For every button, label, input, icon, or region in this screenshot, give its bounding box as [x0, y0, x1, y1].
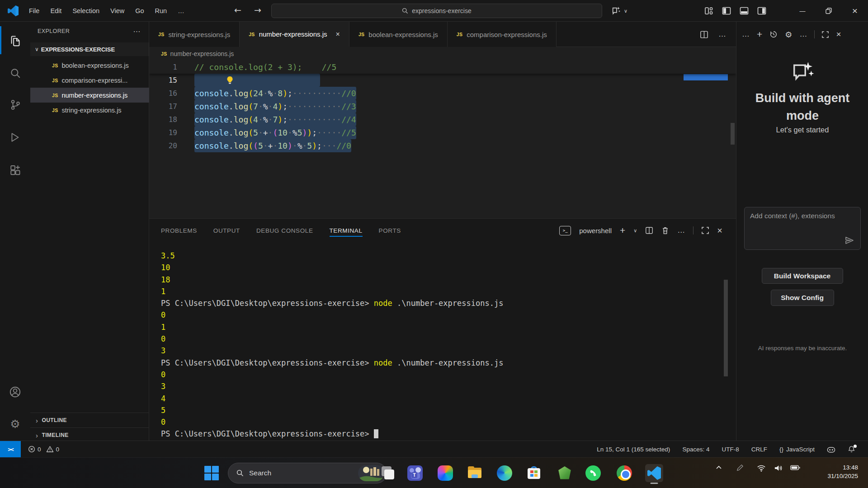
kill-terminal-icon[interactable] — [661, 226, 669, 235]
close-chat-icon[interactable]: × — [836, 29, 841, 39]
start-button[interactable] — [203, 464, 221, 482]
file-comparison-expressi...[interactable]: JScomparison-expressi... — [30, 73, 149, 88]
volume-icon[interactable] — [774, 464, 783, 472]
file-explorer-icon[interactable] — [466, 464, 484, 482]
send-icon[interactable] — [844, 235, 855, 246]
eol-sequence[interactable]: CRLF — [751, 446, 767, 453]
menu-more[interactable]: … — [172, 5, 190, 17]
breadcrumb[interactable]: JS number-expressions.js — [149, 47, 736, 61]
terminal-dropdown-icon[interactable]: ∨ — [633, 228, 637, 234]
explorer-more-actions-icon[interactable]: … — [133, 25, 141, 34]
chrome-icon[interactable] — [615, 464, 633, 482]
teams-icon[interactable]: T — [406, 464, 424, 482]
panel-more-actions-icon[interactable]: … — [677, 226, 685, 235]
chat-more-actions-icon[interactable]: … — [799, 30, 807, 39]
taskbar-clock[interactable]: 13:48 31/10/2025 — [827, 463, 858, 480]
source-control-icon[interactable] — [0, 93, 30, 117]
outline-section[interactable]: › OUTLINE — [30, 413, 149, 427]
toggle-secondary-sidebar-icon[interactable] — [757, 6, 766, 15]
cursor-position[interactable]: Ln 15, Col 1 (165 selected) — [597, 446, 670, 453]
remote-indicator[interactable]: >< — [0, 441, 21, 458]
panel-tab-output[interactable]: OUTPUT — [213, 225, 240, 237]
chat-history-icon[interactable] — [769, 30, 778, 38]
code-editor[interactable]: 1// console.log(2 + 3); //5 1516console.… — [149, 61, 736, 240]
task-view-icon[interactable] — [378, 464, 396, 482]
panel-tab-problems[interactable]: PROBLEMS — [161, 225, 197, 237]
chat-settings-gear-icon[interactable]: ⚙ — [785, 30, 792, 39]
vscode-taskbar-icon[interactable] — [645, 464, 663, 482]
workspace-folder-row[interactable]: ∨ EXPRESSIONS-EXERCISE — [30, 42, 149, 56]
show-config-button[interactable]: Show Config — [771, 290, 834, 306]
menu-run[interactable]: Run — [150, 5, 173, 17]
build-workspace-button[interactable]: Build Workspace — [762, 268, 843, 284]
tray-chevron-up-icon[interactable] — [715, 464, 722, 471]
maximize-chat-icon[interactable] — [822, 31, 829, 38]
restore-button[interactable] — [816, 0, 842, 22]
toggle-panel-icon[interactable] — [740, 6, 749, 15]
split-terminal-icon[interactable] — [645, 226, 653, 235]
menu-selection[interactable]: Selection — [67, 5, 105, 17]
minimap-slider[interactable] — [684, 74, 728, 80]
breadcrumb-file: number-expressions.js — [170, 50, 234, 57]
split-editor-icon[interactable] — [700, 30, 708, 39]
microsoft-store-icon[interactable] — [525, 464, 543, 482]
terminal-scrollbar[interactable] — [724, 280, 728, 376]
minimize-button[interactable]: — — [789, 0, 816, 22]
shell-label[interactable]: powershell — [579, 227, 612, 235]
file-boolean-expressions.js[interactable]: JSboolean-expressions.js — [30, 58, 149, 73]
notifications-bell[interactable] — [848, 446, 855, 453]
file-number-expressions.js[interactable]: JSnumber-expressions.js — [30, 88, 149, 103]
lightbulb-icon[interactable] — [226, 76, 234, 84]
copilot-app-icon[interactable] — [436, 464, 454, 482]
taskbar-search[interactable]: Search — [228, 463, 387, 483]
menu-edit[interactable]: Edit — [45, 5, 67, 17]
extensions-icon[interactable] — [0, 159, 30, 182]
explorer-icon[interactable] — [0, 29, 30, 52]
tab-boolean-expressions.js[interactable]: JSboolean-expressions.js — [349, 22, 448, 47]
account-icon[interactable] — [0, 380, 30, 404]
edge-icon[interactable] — [495, 464, 514, 482]
tab-comparison-expressions.js[interactable]: JScomparison-expressions.js — [448, 22, 557, 47]
editor-more-actions-icon[interactable]: … — [718, 30, 726, 39]
problems-status[interactable]: 0 0 — [28, 446, 59, 453]
panel-tab-ports[interactable]: PORTS — [379, 225, 401, 237]
chat-more-icon[interactable]: … — [742, 30, 750, 39]
search-view-icon[interactable] — [0, 61, 30, 85]
copilot-menu[interactable]: ∨ — [611, 6, 627, 16]
wifi-icon[interactable] — [757, 464, 766, 472]
run-debug-icon[interactable] — [0, 126, 30, 149]
menu-go[interactable]: Go — [130, 5, 149, 17]
new-chat-icon[interactable]: + — [757, 29, 762, 40]
language-mode[interactable]: {} JavaScript — [779, 446, 815, 453]
tray-pen-icon[interactable] — [736, 464, 744, 472]
battery-icon[interactable] — [790, 464, 800, 471]
tab-label: boolean-expressions.js — [368, 31, 438, 38]
tab-string-expressions.js[interactable]: JSstring-expressions.js — [149, 22, 240, 47]
back-arrow-icon[interactable]: ← — [234, 5, 241, 15]
menu-file[interactable]: File — [24, 5, 45, 17]
toggle-primary-sidebar-icon[interactable] — [722, 6, 731, 15]
close-panel-icon[interactable]: × — [717, 225, 722, 236]
close-button[interactable]: × — [842, 0, 868, 22]
forward-arrow-icon[interactable]: → — [254, 5, 261, 15]
editor-scrollbar[interactable] — [731, 123, 735, 145]
terminal-line: 1 — [161, 321, 503, 333]
maximize-panel-icon[interactable] — [702, 227, 709, 234]
customize-layout-icon[interactable] — [704, 6, 713, 15]
chat-input[interactable]: Add context (#), extensions — [744, 207, 861, 250]
menu-view[interactable]: View — [105, 5, 130, 17]
command-center-search[interactable]: expressions-exercise — [271, 4, 602, 18]
encoding[interactable]: UTF-8 — [722, 446, 739, 453]
settings-gear-icon[interactable]: ⚙ — [0, 412, 30, 436]
file-string-expressions.js[interactable]: JSstring-expressions.js — [30, 103, 149, 117]
panel-tab-terminal[interactable]: TERMINAL — [330, 225, 363, 237]
terminal-output[interactable]: 3.510181PS C:\Users\DGI\Desktop\expressi… — [161, 250, 503, 440]
green-app-icon[interactable] — [556, 464, 574, 482]
tab-number-expressions.js[interactable]: JSnumber-expressions.js× — [240, 22, 349, 47]
panel-tab-debug-console[interactable]: DEBUG CONSOLE — [256, 225, 313, 237]
indentation[interactable]: Spaces: 4 — [682, 446, 709, 453]
close-tab-icon[interactable]: × — [336, 30, 340, 38]
whatsapp-icon[interactable] — [584, 464, 602, 482]
copilot-status-icon[interactable] — [827, 446, 835, 453]
new-terminal-icon[interactable]: + — [620, 225, 625, 236]
